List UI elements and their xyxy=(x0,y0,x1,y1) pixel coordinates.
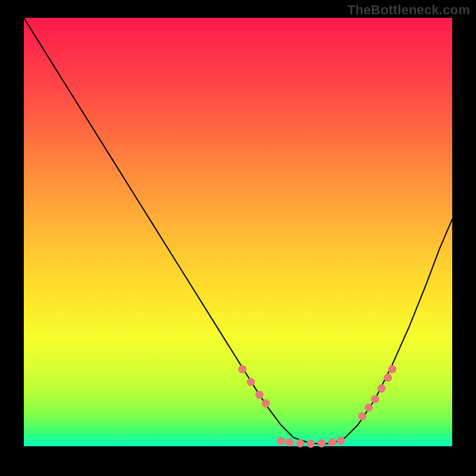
marker-dot xyxy=(256,391,264,399)
watermark-text: TheBottleneck.com xyxy=(347,2,470,18)
marker-dot xyxy=(384,374,392,381)
marker-dot xyxy=(239,365,246,373)
plot-area xyxy=(24,18,452,446)
curve-svg xyxy=(24,18,452,446)
marker-dot xyxy=(247,378,255,386)
marker-dot xyxy=(286,439,293,446)
marker-dot xyxy=(358,412,366,420)
marker-dot xyxy=(328,439,336,446)
marker-dot xyxy=(389,365,396,373)
marker-dot xyxy=(318,439,325,447)
marker-dot xyxy=(296,439,304,447)
marker-dot xyxy=(378,384,386,392)
marker-dot xyxy=(337,437,345,444)
marker-dot xyxy=(307,440,315,447)
marker-dot xyxy=(371,395,379,403)
marker-dots xyxy=(239,365,396,447)
marker-dot xyxy=(277,437,285,445)
marker-dot xyxy=(262,400,270,408)
chart-stage: TheBottleneck.com xyxy=(0,0,476,476)
marker-dot xyxy=(365,404,372,412)
